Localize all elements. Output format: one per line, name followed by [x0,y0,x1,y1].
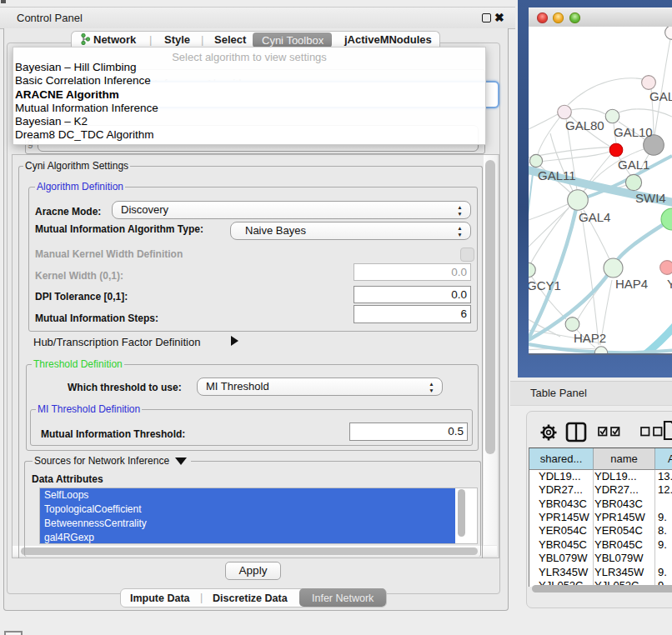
svg-text:HAP2: HAP2 [574,331,606,345]
svg-text:GAL4: GAL4 [579,210,610,224]
svg-text:GAL11: GAL11 [538,168,576,182]
svg-text:GAL80: GAL80 [565,118,604,132]
svg-text:GCY1: GCY1 [529,278,561,292]
svg-text:HAP4: HAP4 [615,277,648,291]
svg-text:GAL7: GAL7 [649,89,672,103]
svg-text:SWI4: SWI4 [635,191,666,205]
svg-text:Y: Y [667,277,672,291]
svg-text:GAL1: GAL1 [618,158,649,172]
svg-text:GAL10: GAL10 [614,125,653,139]
